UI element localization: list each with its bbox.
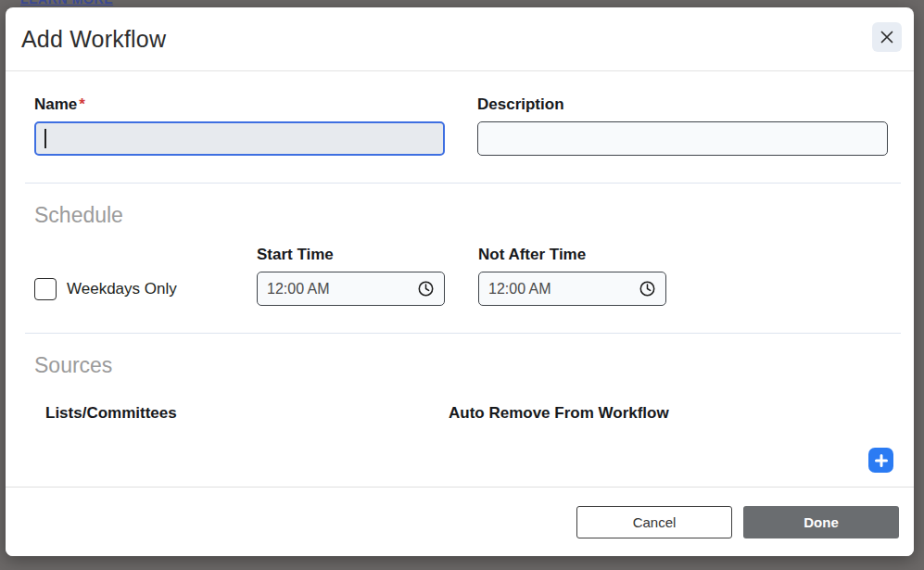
dialog-footer: Cancel Done [6, 487, 914, 556]
learn-more-link[interactable]: LEARN MORE [20, 0, 113, 6]
add-workflow-dialog: Add Workflow Name* Description Schedule [6, 7, 914, 556]
start-time-label: Start Time [257, 246, 445, 264]
name-input[interactable] [34, 121, 445, 156]
sources-heading: Sources [34, 353, 893, 378]
description-input[interactable] [477, 121, 888, 156]
cancel-button[interactable]: Cancel [576, 506, 732, 538]
start-time-input[interactable]: 12:00 AM [257, 272, 445, 306]
weekdays-only-checkbox[interactable] [34, 278, 57, 300]
name-input-wrap [34, 121, 445, 156]
weekdays-only-label: Weekdays Only [67, 280, 177, 298]
lists-committees-column-header: Lists/Committees [34, 404, 449, 423]
name-label: Name* [34, 95, 445, 114]
plus-icon [875, 454, 888, 467]
not-after-time-value: 12:00 AM [488, 281, 551, 298]
clock-icon[interactable] [417, 280, 435, 298]
schedule-row: Weekdays Only Start Time 12:00 AM Not Af… [34, 246, 893, 306]
weekdays-only-group[interactable]: Weekdays Only [34, 278, 257, 300]
section-divider [25, 333, 901, 334]
close-button[interactable] [872, 22, 902, 52]
description-label: Description [477, 95, 888, 114]
done-button[interactable]: Done [743, 506, 899, 538]
dialog-body: Name* Description Schedule Weekdays Only… [6, 71, 914, 473]
schedule-heading: Schedule [34, 203, 893, 228]
start-time-field-group: Start Time 12:00 AM [257, 246, 445, 306]
name-description-row: Name* Description [34, 95, 893, 156]
clock-icon[interactable] [639, 280, 656, 298]
add-source-button[interactable] [868, 448, 893, 473]
dialog-header: Add Workflow [6, 7, 914, 71]
dialog-title: Add Workflow [21, 26, 166, 53]
not-after-time-input[interactable]: 12:00 AM [478, 272, 666, 306]
description-field-group: Description [477, 95, 888, 156]
name-field-group: Name* [34, 95, 445, 156]
text-caret [44, 129, 46, 148]
not-after-time-label: Not After Time [478, 246, 666, 264]
background-page: LEARN MORE [0, 0, 924, 7]
name-label-text: Name [34, 95, 77, 113]
section-divider [25, 183, 901, 184]
not-after-time-field-group: Not After Time 12:00 AM [478, 246, 666, 306]
start-time-value: 12:00 AM [267, 281, 330, 298]
auto-remove-column-header: Auto Remove From Workflow [449, 404, 669, 423]
required-asterisk: * [79, 95, 85, 113]
sources-column-headers: Lists/Committees Auto Remove From Workfl… [34, 404, 893, 423]
close-icon [880, 31, 893, 44]
add-source-row [34, 448, 893, 473]
